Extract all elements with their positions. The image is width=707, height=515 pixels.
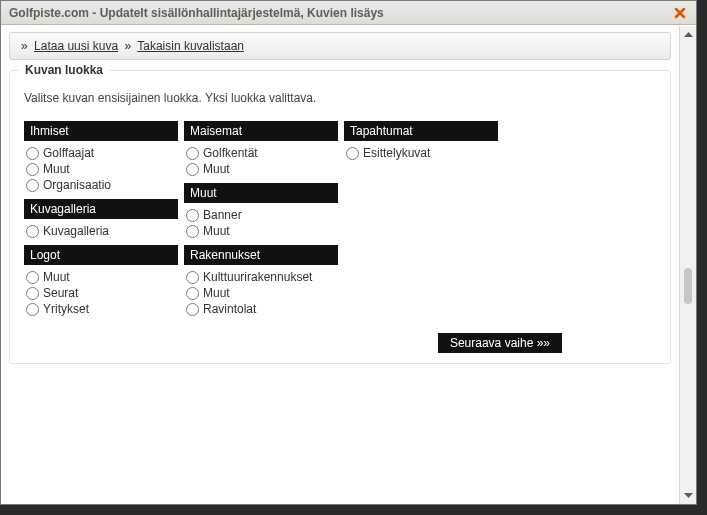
group-logot: Logot Muut Seurat Yritykset: [24, 245, 178, 317]
group-muut: Muut Banner Muut: [184, 183, 338, 239]
category-panel: Kuvan luokka Valitse kuvan ensisijainen …: [9, 70, 671, 364]
column-2: Maisemat Golfkentät Muut Muut Banner Muu…: [184, 121, 338, 323]
breadcrumb-sep: »: [21, 39, 28, 53]
option-label: Kuvagalleria: [43, 223, 109, 239]
breadcrumb-link-upload[interactable]: Lataa uusi kuva: [34, 39, 118, 53]
group-kuvagalleria: Kuvagalleria Kuvagalleria: [24, 199, 178, 239]
option-label: Seurat: [43, 285, 78, 301]
option-label: Ravintolat: [203, 301, 256, 317]
option-golfkentat[interactable]: Golfkentät: [184, 145, 338, 161]
option-label: Muut: [43, 161, 70, 177]
option-muut[interactable]: Muut: [184, 161, 338, 177]
radio-input[interactable]: [186, 271, 199, 284]
radio-input[interactable]: [186, 303, 199, 316]
option-label: Muut: [203, 161, 230, 177]
column-1: Ihmiset Golffaajat Muut Organisaatio Kuv…: [24, 121, 178, 323]
radio-input[interactable]: [26, 147, 39, 160]
radio-input[interactable]: [186, 147, 199, 160]
radio-input[interactable]: [186, 163, 199, 176]
radio-input[interactable]: [186, 209, 199, 222]
category-columns: Ihmiset Golffaajat Muut Organisaatio Kuv…: [24, 121, 656, 323]
panel-title: Kuvan luokka: [20, 63, 108, 77]
option-ravintolat[interactable]: Ravintolat: [184, 301, 338, 317]
option-muut[interactable]: Muut: [184, 223, 338, 239]
radio-input[interactable]: [26, 179, 39, 192]
vertical-scrollbar[interactable]: [679, 26, 696, 504]
radio-input[interactable]: [26, 163, 39, 176]
option-yritykset[interactable]: Yritykset: [24, 301, 178, 317]
window-title: Golfpiste.com - UpdateIt sisällönhallint…: [9, 6, 384, 20]
chevron-down-icon: [684, 493, 693, 498]
option-muut[interactable]: Muut: [24, 269, 178, 285]
breadcrumb: » Lataa uusi kuva » Takaisin kuvalistaan: [9, 32, 671, 60]
group-tapahtumat: Tapahtumat Esittelykuvat: [344, 121, 498, 161]
next-step-button[interactable]: Seuraava vaihe »»: [438, 333, 562, 353]
option-label: Banner: [203, 207, 242, 223]
option-label: Muut: [43, 269, 70, 285]
radio-input[interactable]: [26, 225, 39, 238]
group-header: Maisemat: [184, 121, 338, 141]
option-label: Organisaatio: [43, 177, 111, 193]
radio-input[interactable]: [26, 271, 39, 284]
dialog-window: Golfpiste.com - UpdateIt sisällönhallint…: [0, 0, 697, 505]
scrollbar-thumb[interactable]: [684, 268, 692, 304]
option-muut[interactable]: Muut: [184, 285, 338, 301]
option-golffaajat[interactable]: Golffaajat: [24, 145, 178, 161]
radio-input[interactable]: [26, 287, 39, 300]
option-label: Muut: [203, 285, 230, 301]
button-row: Seuraava vaihe »»: [24, 333, 656, 353]
option-label: Yritykset: [43, 301, 89, 317]
group-header: Ihmiset: [24, 121, 178, 141]
option-kuvagalleria[interactable]: Kuvagalleria: [24, 223, 178, 239]
scroll-down-button[interactable]: [681, 487, 696, 504]
option-label: Golfkentät: [203, 145, 258, 161]
option-banner[interactable]: Banner: [184, 207, 338, 223]
option-label: Muut: [203, 223, 230, 239]
option-organisaatio[interactable]: Organisaatio: [24, 177, 178, 193]
option-kulttuurirakennukset[interactable]: Kulttuurirakennukset: [184, 269, 338, 285]
group-header: Muut: [184, 183, 338, 203]
group-header: Tapahtumat: [344, 121, 498, 141]
group-header: Rakennukset: [184, 245, 338, 265]
titlebar: Golfpiste.com - UpdateIt sisällönhallint…: [1, 1, 696, 25]
group-rakennukset: Rakennukset Kulttuurirakennukset Muut Ra…: [184, 245, 338, 317]
scroll-area: » Lataa uusi kuva » Takaisin kuvalistaan…: [1, 26, 679, 504]
panel-desc: Valitse kuvan ensisijainen luokka. Yksi …: [24, 91, 656, 105]
breadcrumb-link-back[interactable]: Takaisin kuvalistaan: [137, 39, 244, 53]
option-muut[interactable]: Muut: [24, 161, 178, 177]
group-header: Logot: [24, 245, 178, 265]
scroll-up-button[interactable]: [681, 26, 696, 43]
option-esittelykuvat[interactable]: Esittelykuvat: [344, 145, 498, 161]
option-label: Kulttuurirakennukset: [203, 269, 312, 285]
option-label: Golffaajat: [43, 145, 94, 161]
radio-input[interactable]: [346, 147, 359, 160]
group-maisemat: Maisemat Golfkentät Muut: [184, 121, 338, 177]
option-label: Esittelykuvat: [363, 145, 430, 161]
close-icon: [673, 6, 687, 20]
option-seurat[interactable]: Seurat: [24, 285, 178, 301]
group-header: Kuvagalleria: [24, 199, 178, 219]
group-ihmiset: Ihmiset Golffaajat Muut Organisaatio: [24, 121, 178, 193]
chevron-up-icon: [684, 32, 693, 37]
content-wrap: » Lataa uusi kuva » Takaisin kuvalistaan…: [1, 26, 696, 504]
column-3: Tapahtumat Esittelykuvat: [344, 121, 498, 323]
breadcrumb-sep: »: [124, 39, 131, 53]
close-button[interactable]: [672, 5, 688, 21]
radio-input[interactable]: [186, 225, 199, 238]
radio-input[interactable]: [186, 287, 199, 300]
radio-input[interactable]: [26, 303, 39, 316]
